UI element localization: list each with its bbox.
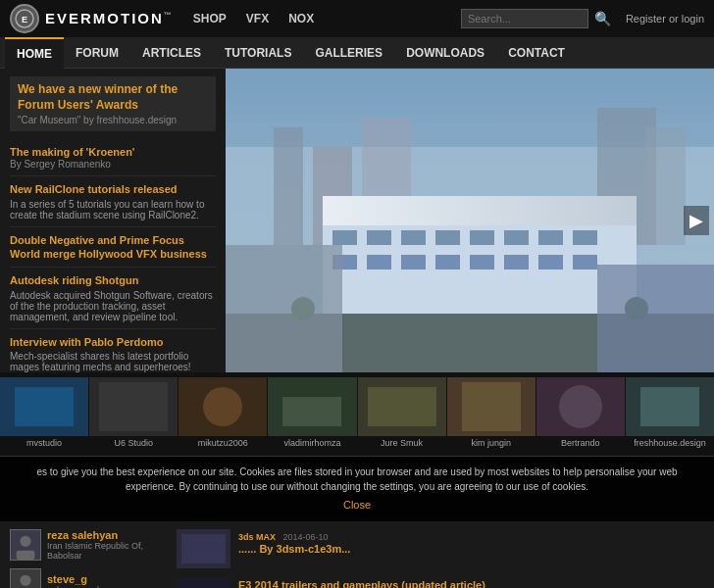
thumb-img-5 (447, 377, 536, 436)
svg-rect-30 (226, 245, 342, 372)
top-nav-vfx[interactable]: VFX (246, 12, 269, 25)
top-nav-nox[interactable]: NOX (288, 12, 314, 25)
search-input[interactable] (461, 9, 588, 28)
cookie-text: es to give you the best experience on ou… (36, 466, 677, 492)
user-info-1: steve_g unknown, unknown (47, 573, 123, 589)
thumb-img-7 (626, 377, 714, 436)
logo-area: E EVERMOTION™ (10, 4, 174, 33)
logo-tm: ™ (164, 11, 174, 20)
svg-rect-55 (181, 534, 226, 564)
svg-rect-23 (470, 255, 494, 270)
sidebar-featured: We have a new winner of the Forum Users'… (10, 76, 216, 131)
sidebar-item-title-2[interactable]: Double Negative and Prime Focus World me… (10, 233, 216, 262)
user-panel: reza salehyan Iran Islamic Republic Of, … (10, 529, 167, 589)
sidebar-item-title-1[interactable]: New RailClone tutorials released (10, 182, 216, 196)
top-nav-shop[interactable]: SHOP (193, 12, 227, 25)
sidebar: We have a new winner of the Forum Users'… (0, 69, 226, 372)
search-icon[interactable]: 🔍 (594, 11, 611, 26)
svg-rect-21 (401, 255, 426, 270)
svg-rect-17 (538, 230, 563, 245)
sidebar-item-2: Double Negative and Prime Focus World me… (10, 227, 216, 269)
thumb-4[interactable]: Jure Smuk (358, 377, 446, 451)
svg-rect-13 (401, 230, 426, 245)
svg-rect-35 (99, 382, 168, 431)
user-avatar-1 (10, 568, 41, 589)
nav-home[interactable]: HOME (5, 37, 64, 69)
svg-rect-10 (323, 196, 637, 225)
sidebar-item-title-3[interactable]: Autodesk riding Shotgun (10, 273, 216, 287)
top-nav: SHOP VFX NOX (193, 12, 314, 25)
sidebar-item-1: New RailClone tutorials released In a se… (10, 176, 216, 226)
nav-tutorials[interactable]: TUTORIALS (213, 37, 303, 69)
thumb-0[interactable]: mvstudio (0, 377, 88, 451)
svg-rect-31 (597, 265, 714, 372)
user-name-0[interactable]: reza salehyan (47, 529, 167, 541)
hero-background (226, 69, 714, 372)
sidebar-item-title-0[interactable]: The making of 'Kroenen' (10, 145, 216, 159)
svg-rect-43 (462, 382, 521, 431)
news-meta-0: 3ds MAX 2014-06-10 (238, 532, 350, 542)
news-content-1: E3 2014 trailers and gameplays (updated … (238, 578, 576, 589)
svg-rect-39 (282, 397, 341, 426)
svg-point-52 (20, 574, 30, 585)
hero-next-arrow[interactable]: ▶ (684, 206, 709, 235)
svg-rect-50 (17, 550, 35, 559)
news-panel: 3ds MAX 2014-06-10 ...... By 3dsm-c1e3m.… (177, 529, 704, 589)
bottom-section: reza salehyan Iran Islamic Republic Of, … (0, 521, 714, 589)
svg-rect-25 (538, 255, 563, 270)
svg-rect-56 (177, 578, 230, 589)
user-loc-0: Iran Islamic Republic Of, Babolsar (47, 541, 167, 561)
top-bar: E EVERMOTION™ SHOP VFX NOX 🔍 Register or… (0, 0, 714, 37)
svg-rect-24 (504, 255, 529, 270)
content-area: We have a new winner of the Forum Users'… (0, 69, 714, 372)
thumb-3[interactable]: vladimirhomza (268, 377, 356, 451)
featured-sub: "Car Museum" by freshhouse.design (18, 115, 208, 125)
thumb-2[interactable]: mikutzu2006 (178, 377, 267, 451)
thumb-7[interactable]: freshhouse.design (626, 377, 714, 451)
svg-rect-14 (435, 230, 460, 245)
svg-rect-22 (435, 255, 460, 270)
thumb-label-2: mikutzu2006 (178, 438, 267, 451)
thumb-label-5: kim jungin (447, 438, 536, 451)
svg-rect-11 (332, 230, 357, 245)
auth-link[interactable]: Register or login (626, 13, 704, 24)
news-thumb-1 (177, 578, 230, 589)
user-avatar-0 (10, 529, 41, 561)
svg-point-37 (203, 387, 242, 426)
svg-rect-20 (367, 255, 391, 270)
thumb-img-0 (0, 377, 88, 436)
sidebar-item-title-4[interactable]: Interview with Pablo Perdomo (10, 335, 216, 349)
news-title-1[interactable]: E3 2014 trailers and gameplays (updated … (238, 578, 576, 589)
nav-articles[interactable]: ARTICLES (130, 37, 213, 69)
logo-text: EVERMOTION™ (45, 10, 174, 27)
sidebar-item-3: Autodesk riding Shotgun Autodesk acquire… (10, 268, 216, 328)
news-thumb-0 (177, 529, 230, 568)
thumb-img-3 (268, 377, 356, 436)
thumb-1[interactable]: U6 Studio (89, 377, 178, 451)
thumb-label-1: U6 Studio (89, 438, 178, 451)
thumb-img-2 (178, 377, 267, 436)
user-loc-1: unknown, unknown (47, 585, 123, 589)
thumb-label-3: vladimirhomza (268, 438, 356, 451)
svg-rect-41 (368, 387, 436, 426)
svg-rect-12 (367, 230, 391, 245)
thumbnails-row: mvstudio U6 Studio mikutzu2006 vladimirh… (0, 372, 714, 456)
svg-rect-15 (470, 230, 494, 245)
nav-galleries[interactable]: GALLERIES (303, 37, 394, 69)
news-title-0[interactable]: ...... By 3dsm-c1e3m... (238, 542, 350, 556)
logo-icon: E (10, 4, 39, 33)
sidebar-item-4: Interview with Pablo Perdomo Mech-specia… (10, 329, 216, 372)
news-date-0: 2014-06-10 (283, 532, 329, 542)
user-name-1[interactable]: steve_g (47, 573, 123, 585)
thumb-label-6: Bertrando (536, 438, 625, 451)
nav-downloads[interactable]: DOWNLOADS (394, 37, 496, 69)
thumb-label-4: Jure Smuk (358, 438, 446, 451)
hero-image: ▶ (226, 69, 714, 372)
thumb-6[interactable]: Bertrando (536, 377, 625, 451)
nav-contact[interactable]: CONTACT (496, 37, 577, 69)
cookie-close-button[interactable]: Close (15, 497, 699, 514)
svg-rect-8 (646, 127, 686, 245)
user-item-0: reza salehyan Iran Islamic Republic Of, … (10, 529, 167, 561)
nav-forum[interactable]: FORUM (64, 37, 130, 69)
thumb-5[interactable]: kim jungin (447, 377, 536, 451)
